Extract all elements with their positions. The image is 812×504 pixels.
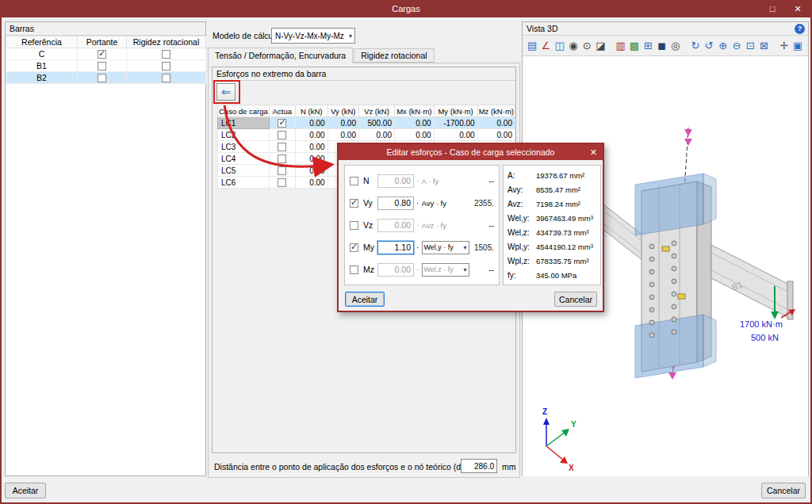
lc-cell[interactable]: LC5: [218, 165, 270, 177]
beam-b1[interactable]: [711, 245, 793, 319]
rigidez-cell[interactable]: [127, 72, 206, 84]
close-icon[interactable]: ✕: [590, 144, 597, 160]
n-cell[interactable]: 0.00: [296, 177, 328, 189]
vz-cell[interactable]: 0.00: [358, 129, 394, 141]
vy-cell[interactable]: 0.00: [327, 117, 358, 129]
rigidez-checkbox[interactable]: [162, 50, 170, 59]
actua-checkbox[interactable]: [278, 155, 286, 163]
lc-cell[interactable]: LC1: [218, 117, 270, 129]
actua-cell[interactable]: [269, 153, 295, 165]
camera-icon[interactable]: ◉: [567, 38, 580, 54]
sheet-icon[interactable]: ▤: [526, 38, 538, 54]
zoom-out-icon[interactable]: ⊖: [730, 38, 743, 54]
rigidez-cell[interactable]: [127, 48, 206, 60]
orbit-left-icon[interactable]: ↺: [703, 38, 715, 54]
my-checkbox[interactable]: [350, 243, 358, 252]
vz-coef-input[interactable]: [377, 219, 414, 232]
portante-cell[interactable]: [78, 48, 127, 60]
grid-icon[interactable]: ⊞: [642, 38, 654, 54]
n-cell[interactable]: 0.00: [296, 165, 328, 177]
actua-checkbox[interactable]: [278, 178, 286, 187]
transparency-icon[interactable]: ◎: [669, 38, 682, 54]
actua-checkbox[interactable]: [278, 143, 286, 151]
aceitar-button[interactable]: Aceitar: [345, 292, 385, 307]
my-cell[interactable]: 0.00: [434, 129, 477, 141]
actua-cell[interactable]: [269, 129, 295, 141]
portante-checkbox[interactable]: [98, 62, 106, 71]
cancelar-button[interactable]: Cancelar: [761, 483, 806, 498]
window-titlebar[interactable]: Cargas □ ✕: [0, 0, 812, 17]
ref-cell[interactable]: B2: [6, 72, 78, 84]
my-coef-input[interactable]: [377, 241, 414, 254]
close-icon[interactable]: ✕: [785, 0, 810, 17]
n-coef-input[interactable]: [377, 174, 414, 188]
zoom-in-icon[interactable]: ⊕: [716, 38, 729, 54]
ref-cell[interactable]: B1: [6, 60, 78, 72]
n-cell[interactable]: 0.00: [296, 141, 328, 153]
actua-cell[interactable]: [269, 141, 295, 153]
dialog-titlebar[interactable]: Editar esforços - Caso de carga seleccio…: [339, 144, 603, 160]
image-icon[interactable]: ▩: [628, 38, 641, 54]
mz-cell[interactable]: 0.00: [477, 117, 515, 129]
modelo-calculo-select[interactable]: N-Vy-Vz-Mx-My-Mz ▾: [271, 28, 355, 44]
solid-view-icon[interactable]: ◼: [655, 38, 668, 54]
rigidez-checkbox[interactable]: [162, 74, 170, 82]
portante-checkbox[interactable]: [98, 74, 106, 82]
n-cell[interactable]: 0.00: [296, 117, 328, 129]
zoom-fit-icon[interactable]: ⊠: [757, 38, 770, 54]
table-row[interactable]: C: [6, 48, 206, 60]
table-row[interactable]: B1: [6, 60, 206, 72]
eye-icon[interactable]: ⊙: [580, 38, 593, 54]
n-cell[interactable]: 0.00: [296, 129, 328, 141]
vz-cell[interactable]: 500.00: [358, 117, 394, 129]
tab-tensao-deformacao[interactable]: Tensão / Deformação, Encurvadura: [208, 48, 353, 63]
actua-checkbox[interactable]: [278, 119, 286, 128]
tab-rigidez-rotacional[interactable]: Rigidez rotacional: [354, 48, 434, 63]
mz-coef-input[interactable]: [377, 263, 414, 277]
help-icon[interactable]: ?: [795, 24, 805, 34]
actua-cell[interactable]: [269, 165, 295, 177]
actua-cell[interactable]: [269, 117, 295, 129]
mz-cell[interactable]: 0.00: [477, 129, 515, 141]
vy-checkbox[interactable]: [350, 199, 358, 208]
orbit-icon[interactable]: ↻: [689, 38, 702, 54]
mx-cell[interactable]: 0.00: [394, 117, 434, 129]
table-row-selected[interactable]: LC1 0.00 0.00 500.00 0.00 -1700.00 0.00: [218, 117, 515, 129]
my-modulus-select[interactable]: Wel,y · fy ▾: [422, 241, 469, 254]
section-icon[interactable]: ◪: [594, 38, 607, 54]
vy-coef-input[interactable]: [377, 197, 414, 210]
portante-cell[interactable]: [78, 60, 127, 72]
n-checkbox[interactable]: [350, 177, 358, 185]
lc-cell[interactable]: LC6: [218, 177, 270, 189]
portante-checkbox[interactable]: [98, 50, 106, 59]
mz-checkbox[interactable]: [350, 265, 358, 274]
aceitar-button[interactable]: Aceitar: [5, 483, 46, 498]
report-icon[interactable]: ▥: [615, 38, 627, 54]
cancelar-button[interactable]: Cancelar: [554, 292, 597, 307]
rigidez-cell[interactable]: [127, 60, 206, 72]
pan-icon[interactable]: ✛: [778, 38, 791, 54]
end-plate-bottom[interactable]: [635, 315, 716, 378]
portante-cell[interactable]: [78, 72, 127, 84]
axes-icon[interactable]: ∠: [539, 38, 552, 54]
vz-checkbox[interactable]: [350, 221, 358, 230]
lc-cell[interactable]: LC2: [218, 129, 270, 141]
ref-cell[interactable]: C: [6, 48, 78, 60]
vy-cell[interactable]: 0.00: [327, 129, 358, 141]
table-row-selected[interactable]: B2: [6, 72, 206, 84]
actua-checkbox[interactable]: [278, 166, 286, 175]
lc-cell[interactable]: LC4: [218, 153, 270, 165]
n-cell[interactable]: 0.00: [296, 153, 328, 165]
actua-checkbox[interactable]: [278, 131, 286, 139]
frame-icon[interactable]: ▣: [791, 38, 804, 54]
my-cell[interactable]: -1700.00: [434, 117, 477, 129]
copy-view-icon[interactable]: ◫: [553, 38, 566, 54]
zoom-window-icon[interactable]: ⊡: [744, 38, 756, 54]
mx-cell[interactable]: 0.00: [394, 129, 434, 141]
mz-modulus-select[interactable]: Wel,z · fy ▾: [422, 263, 469, 277]
table-row[interactable]: LC2 0.00 0.00 0.00 0.00 0.00 0.00: [218, 129, 515, 141]
rigidez-checkbox[interactable]: [162, 62, 170, 71]
lc-cell[interactable]: LC3: [218, 141, 270, 153]
actua-cell[interactable]: [269, 177, 295, 189]
distancia-input[interactable]: [461, 459, 497, 473]
